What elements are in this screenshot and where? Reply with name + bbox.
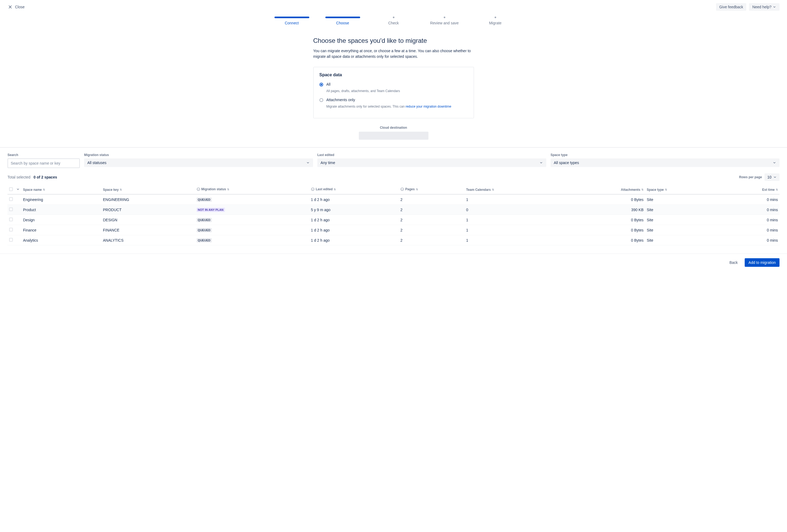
info-icon [311,187,315,191]
sort-icon: ⇅ [416,188,418,191]
step-label: Migrate [489,21,502,25]
type-filter[interactable]: All space types [551,158,780,167]
status-filter-label: Migration status [84,153,313,157]
step-dot [495,17,496,18]
status-badge: QUEUED [196,228,212,232]
rows-per-page-label: Rows per page [739,175,762,179]
search-label: Search [7,153,80,157]
rows-per-page-select[interactable]: 10 [765,173,780,181]
sort-icon: ⇅ [334,188,336,191]
col-space-key[interactable]: Space key⇅ [101,185,195,194]
cell-space-name: Product [21,205,101,215]
cell-attachments: 0 Bytes [563,194,645,205]
desc-text: Migrate attachments only for selected sp… [326,105,406,108]
cell-calendars: 1 [465,215,563,225]
sort-icon: ⇅ [43,188,45,191]
col-est-time[interactable]: Est time⇅ [720,185,780,194]
search-input[interactable] [7,158,80,168]
cell-attachments: 0 Bytes [563,235,645,245]
chevron-down-icon [772,161,776,164]
radio-label: Attachments only [326,98,355,102]
row-checkbox[interactable] [9,197,13,201]
add-to-migration-button[interactable]: Add to migration [745,258,780,267]
back-button[interactable]: Back [726,258,742,267]
table-row: AnalyticsANALYTICSQUEUED1 d 2 h ago210 B… [7,235,780,245]
chevron-down-icon [772,5,776,9]
chevron-down-icon [539,161,543,164]
col-space-name[interactable]: Space name⇅ [21,185,101,194]
cell-calendars: 1 [465,225,563,235]
cell-status: QUEUED [195,225,309,235]
col-space-type[interactable]: Space type⇅ [645,185,719,194]
divider [0,147,787,148]
cell-est-time: 0 mins [720,205,780,215]
step-choose: Choose [325,17,360,25]
cell-calendars: 1 [465,194,563,205]
status-badge: NOT IN ANY PLAN [196,208,225,212]
sort-icon: ⇅ [776,188,778,191]
row-checkbox[interactable] [9,238,13,242]
sort-icon: ⇅ [492,188,494,191]
need-help-button[interactable]: Need help? [749,3,780,11]
cell-attachments: 0 Bytes [563,225,645,235]
row-checkbox[interactable] [9,207,13,211]
sort-icon: ⇅ [120,188,122,191]
sort-icon: ⇅ [665,188,667,191]
panel-title: Space data [319,72,468,77]
col-migration-status[interactable]: Migration status⇅ [195,185,309,194]
row-checkbox[interactable] [9,228,13,231]
select-all-checkbox[interactable] [9,187,13,191]
feedback-label: Give feedback [719,5,743,9]
cell-type: Site [645,225,719,235]
step-dot [444,17,445,18]
cell-pages: 2 [399,225,465,235]
type-filter-label: Space type [551,153,780,157]
summary-row: Total selected 0 of 2 spaces Rows per pa… [0,173,787,181]
rows-per-page-value: 10 [767,175,771,179]
close-label: Close [15,5,25,9]
status-filter[interactable]: All statuses [84,158,313,167]
cell-type: Site [645,194,719,205]
col-attachments[interactable]: Attachments⇅ [563,185,645,194]
cell-calendars: 1 [465,235,563,245]
downtime-link[interactable]: reduce your migration downtime [405,105,451,108]
col-last-edited[interactable]: Last edited⇅ [309,185,399,194]
info-icon [400,187,404,191]
edited-filter[interactable]: Any time [317,158,546,167]
col-pages[interactable]: Pages⇅ [399,185,465,194]
table-row: ProductPRODUCTNOT IN ANY PLAN5 y 9 m ago… [7,205,780,215]
step-review: Review and save [427,17,462,25]
chevron-down-icon [773,175,777,179]
col-team-calendars[interactable]: Team Calendars⇅ [465,185,563,194]
step-label: Check [388,21,399,25]
cell-est-time: 0 mins [720,225,780,235]
radio-all[interactable]: All [319,82,468,87]
row-checkbox[interactable] [9,218,13,221]
page-title: Choose the spaces you'd like to migrate [313,37,474,44]
cell-space-name: Design [21,215,101,225]
table-row: EngineeringENGINEERINGQUEUED1 d 2 h ago2… [7,194,780,205]
chevron-down-icon [306,161,310,164]
cell-calendars: 0 [465,205,563,215]
cell-status: QUEUED [195,235,309,245]
step-label: Review and save [430,21,459,25]
sort-icon: ⇅ [227,188,229,191]
cell-last-edited: 5 y 9 m ago [309,205,399,215]
radio-attachments-only[interactable]: Attachments only [319,97,468,103]
chevron-down-icon[interactable] [16,187,20,191]
space-data-panel: Space data All All pages, drafts, attach… [313,67,474,118]
cell-pages: 2 [399,215,465,225]
give-feedback-button[interactable]: Give feedback [716,3,747,11]
cell-type: Site [645,235,719,245]
cell-space-key: FINANCE [101,225,195,235]
table-row: FinanceFINANCEQUEUED1 d 2 h ago210 Bytes… [7,225,780,235]
spaces-table: Space name⇅ Space key⇅ Migration status⇅… [7,185,780,245]
radio-description: Migrate attachments only for selected sp… [326,105,468,108]
cell-status: NOT IN ANY PLAN [195,205,309,215]
footer: Back Add to migration [0,253,787,271]
cell-pages: 2 [399,235,465,245]
close-button[interactable]: Close [7,4,25,9]
status-badge: QUEUED [196,198,212,202]
cell-attachments: 390 KB [563,205,645,215]
status-filter-value: All statuses [87,160,107,165]
